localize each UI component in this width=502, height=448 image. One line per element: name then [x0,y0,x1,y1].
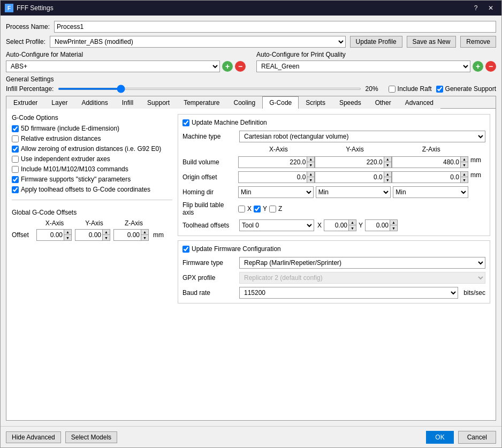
cancel-button[interactable]: Cancel [458,431,496,444]
homing-z-select[interactable]: MinMax [393,186,468,198]
m101-commands-label: Include M101/M102/M103 commands [12,165,172,173]
process-name-input[interactable] [54,21,496,33]
x-offset-up[interactable]: ▲ [64,230,71,235]
firmware-type-select[interactable]: RepRap (Marlin/Repetier/Sprinter) [239,257,485,269]
tx-up[interactable]: ▲ [348,220,356,225]
tab-scripts[interactable]: Scripts [299,96,332,109]
ox-down[interactable]: ▼ [307,177,314,183]
tab-support[interactable]: Support [140,96,177,109]
homing-x-select[interactable]: MinMax [238,186,314,198]
tab-additions[interactable]: Additions [74,96,115,109]
update-firmware-checkbox[interactable] [182,246,189,253]
z-offset-down[interactable]: ▼ [141,235,148,240]
allow-zeroing-checkbox[interactable] [12,146,19,153]
build-vol-z-input[interactable] [392,157,460,168]
tab-infill[interactable]: Infill [115,96,140,109]
ok-button[interactable]: OK [426,431,453,444]
z-offset-field[interactable] [114,230,141,240]
save-as-new-button[interactable]: Save as New [407,36,457,48]
origin-x-input[interactable] [239,172,307,183]
tab-cooling[interactable]: Cooling [227,96,263,109]
oz-down[interactable]: ▼ [460,177,468,183]
infill-slider[interactable] [58,88,361,90]
app-icon-text: F [7,5,11,11]
bvy-down[interactable]: ▼ [384,162,391,168]
tab-temperature[interactable]: Temperature [177,96,226,109]
toolhead-y-input[interactable] [366,220,390,231]
tab-gcode[interactable]: G-Code [262,96,299,109]
oy-up[interactable]: ▲ [384,172,391,177]
build-vol-y-input[interactable] [315,157,383,168]
ox-up[interactable]: ▲ [307,172,314,177]
x-offset-spinners: ▲ ▼ [64,230,71,240]
machine-type-select[interactable]: Cartesian robot (rectangular volume) [239,131,485,142]
remove-quality-button[interactable]: − [485,61,496,72]
x-offset-down[interactable]: ▼ [64,235,71,240]
material-select[interactable]: ABS+ [6,60,220,72]
quality-select[interactable]: REAL_Green [256,60,470,72]
homing-selects: MinMax MinMax MinMax [238,186,485,198]
bvx-up[interactable]: ▲ [307,157,314,162]
bv-mm-label: mm [470,156,485,168]
flip-x-checkbox[interactable] [238,206,245,212]
hide-advanced-button[interactable]: Hide Advanced [6,431,61,443]
process-name-row: Process Name: [6,21,496,33]
remove-button[interactable]: Remove [460,36,496,48]
toolhead-x-label: X [317,222,322,229]
bvx-down[interactable]: ▼ [307,162,314,168]
y-offset-field[interactable] [75,230,102,240]
update-profile-button[interactable]: Update Profile [350,36,402,48]
oy-down[interactable]: ▼ [384,177,391,183]
remove-material-button[interactable]: − [235,61,246,72]
independent-extruder-checkbox[interactable] [12,156,19,163]
auto-material-group: Auto-Configure for Material ABS+ + − [6,51,246,72]
x-offset-input: ▲ ▼ [36,229,72,241]
toolhead-offsets-label: Apply toolhead offsets to G-Code coordin… [12,186,172,193]
y-offset-down[interactable]: ▼ [102,235,110,240]
toolhead-offsets-checkbox[interactable] [12,186,19,193]
oz-up[interactable]: ▲ [460,172,468,177]
origin-z-input[interactable] [392,172,460,183]
tab-other[interactable]: Other [368,96,398,109]
tab-extruder[interactable]: Extruder [6,96,44,109]
tab-advanced[interactable]: Advanced [398,96,440,109]
5d-firmware-checkbox[interactable] [12,125,19,132]
origin-y-input[interactable] [315,172,383,183]
add-quality-button[interactable]: + [473,61,483,72]
toolhead-select[interactable]: Tool 0 [239,219,314,231]
bvy-up[interactable]: ▲ [384,157,391,162]
tab-speeds[interactable]: Speeds [332,96,368,109]
profile-select[interactable]: NewPrinter_ABS (modified) [50,36,346,48]
include-raft-checkbox[interactable] [389,86,395,93]
gcode-options-title: G-Code Options [12,114,172,122]
add-material-button[interactable]: + [222,61,233,72]
offset-mm-label: mm [153,231,164,239]
origin-x-spin: ▲ ▼ [238,171,315,183]
x-offset-field[interactable] [37,230,64,240]
y-offset-up[interactable]: ▲ [102,230,110,235]
oz-spinners: ▲ ▼ [460,172,468,183]
flip-y-checkbox[interactable] [254,206,261,212]
homing-y-select[interactable]: MinMax [316,186,391,198]
m101-commands-checkbox[interactable] [12,166,19,173]
flip-z-checkbox[interactable] [269,206,276,212]
ty-down[interactable]: ▼ [390,225,397,231]
build-vol-x-input[interactable] [239,157,307,168]
firmware-sticky-checkbox[interactable] [12,176,19,183]
tab-layer[interactable]: Layer [44,96,74,109]
generate-support-checkbox[interactable] [436,86,443,93]
baud-rate-select[interactable]: 115200 [239,287,458,299]
z-offset-up[interactable]: ▲ [141,230,148,235]
relative-extrusion-checkbox[interactable] [12,135,19,142]
help-button[interactable]: ? [469,3,482,13]
update-machine-def-checkbox[interactable] [182,119,189,126]
tx-down[interactable]: ▼ [348,225,356,231]
bvz-up[interactable]: ▲ [460,157,468,162]
window-title: FFF Settings [17,4,469,12]
toolhead-x-input[interactable] [324,220,348,231]
ty-up[interactable]: ▲ [390,220,397,225]
bvz-down[interactable]: ▼ [460,162,468,168]
select-models-button[interactable]: Select Models [65,431,117,443]
close-button[interactable]: ✕ [484,3,497,13]
origin-offset-label: Origin offset [182,173,236,181]
